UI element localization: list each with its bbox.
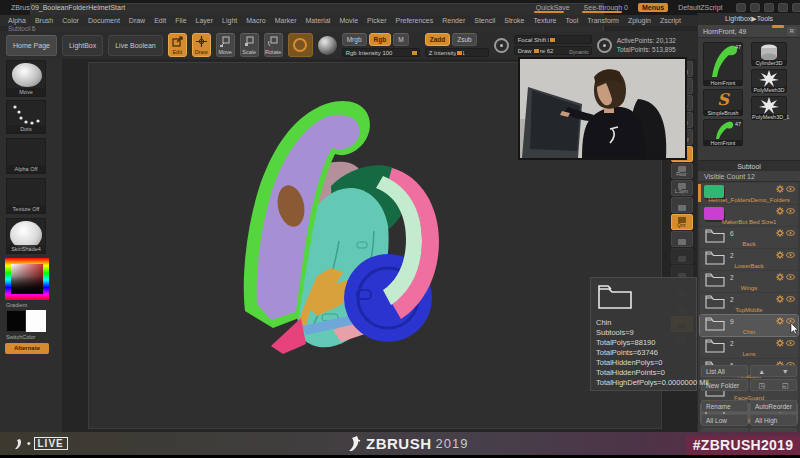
eye-icon[interactable]: [786, 252, 795, 258]
palette-icon[interactable]: [750, 3, 760, 12]
m-button[interactable]: M: [393, 33, 408, 46]
folder-out-icon[interactable]: ◱: [782, 380, 789, 391]
draw-button[interactable]: Draw: [192, 33, 211, 57]
monitor-icon[interactable]: [736, 3, 746, 12]
gear-icon[interactable]: [776, 273, 784, 281]
see-through-slider[interactable]: See-through 0: [580, 3, 632, 12]
tool-thumb-polymesh3d-1[interactable]: PolyMesh3D_1: [751, 96, 787, 120]
eye-icon[interactable]: [786, 340, 795, 346]
menu-item[interactable]: File: [175, 17, 186, 24]
home-page-button[interactable]: Home Page: [6, 35, 57, 56]
eye-icon[interactable]: [786, 230, 795, 236]
gear-icon[interactable]: [776, 229, 784, 237]
subtool-row[interactable]: 2 Wings: [700, 271, 798, 292]
menu-item[interactable]: Alpha: [8, 17, 26, 24]
menu-item[interactable]: Brush: [35, 17, 53, 24]
subtool-row[interactable]: 2 Lens: [700, 337, 798, 358]
z-intensity-slider[interactable]: Z Intensity 51: [425, 48, 489, 57]
subtool-row[interactable]: Helmet_FoldersDemo_Folders: [700, 183, 798, 204]
eye-icon[interactable]: [786, 274, 795, 280]
focal-shift-slider[interactable]: Focal Shift 0: [514, 35, 592, 44]
current-tool-row[interactable]: HornFront, 49 R: [698, 25, 800, 38]
visible-count-row[interactable]: Visible Count 12: [698, 171, 800, 182]
saturation-square[interactable]: [11, 264, 43, 294]
stroke-selector-icon[interactable]: [494, 38, 509, 53]
menus-button[interactable]: Menus: [638, 3, 668, 12]
right-shelf-button[interactable]: Floor: [671, 163, 693, 179]
rgb-intensity-slider[interactable]: Rgb Intensity 100: [342, 48, 420, 57]
right-shelf-button[interactable]: Qnz: [671, 214, 693, 230]
rename-button[interactable]: Rename: [701, 400, 748, 412]
menu-item[interactable]: Render: [442, 17, 465, 24]
scale-button[interactable]: Scale: [240, 33, 259, 57]
subtool-header[interactable]: Subtool: [698, 160, 800, 171]
eye-icon[interactable]: [786, 208, 795, 214]
menu-item[interactable]: Transform: [587, 17, 619, 24]
folder-action-buttons[interactable]: ◳◱: [750, 379, 797, 391]
tool-thumb-hornfront-2[interactable]: 47 HornFront: [703, 119, 743, 146]
zsub-button[interactable]: Zsub: [452, 33, 476, 46]
list-all-button[interactable]: List All: [701, 365, 748, 377]
default-zscript-button[interactable]: DefaultZScript: [674, 3, 726, 12]
helmet-3d-model[interactable]: [205, 76, 475, 366]
sculptris-sphere-icon[interactable]: [318, 36, 337, 55]
arrow-up-icon[interactable]: ▲: [758, 366, 765, 377]
gear-icon[interactable]: [776, 295, 784, 303]
material-selector[interactable]: SkinShade4: [6, 218, 46, 254]
menu-item[interactable]: Marker: [275, 17, 297, 24]
gear-icon[interactable]: [776, 251, 784, 259]
alternate-button[interactable]: Alternate: [5, 343, 49, 354]
lock-icon[interactable]: [778, 3, 788, 12]
current-brush-button[interactable]: [288, 33, 313, 57]
texture-selector[interactable]: Texture Off: [6, 178, 46, 214]
menu-item[interactable]: Zscript: [660, 17, 681, 24]
menu-item[interactable]: Stencil: [474, 17, 495, 24]
gear-icon[interactable]: [776, 339, 784, 347]
eye-icon[interactable]: [786, 296, 795, 302]
subtool-row[interactable]: 2 LowerBack: [700, 249, 798, 270]
subtool-row[interactable]: MakerBot Bed Size1: [700, 205, 798, 226]
menu-item[interactable]: Layer: [196, 17, 214, 24]
all-low-button[interactable]: All Low: [701, 414, 748, 426]
move-button[interactable]: Move: [216, 33, 235, 57]
arrow-down-icon[interactable]: ▼: [782, 366, 789, 377]
zadd-button[interactable]: Zadd: [425, 33, 451, 46]
folder-move-icon[interactable]: ◳: [758, 380, 765, 391]
autoreorder-button[interactable]: AutoReorder: [750, 400, 797, 412]
gear-icon[interactable]: [776, 207, 784, 215]
secondary-color-swatch[interactable]: [26, 310, 46, 332]
right-shelf-button[interactable]: L.Sym: [671, 180, 693, 196]
move-up-down-buttons[interactable]: ▲▼: [750, 365, 797, 377]
right-shelf-button[interactable]: [671, 248, 693, 264]
draw-size-slider[interactable]: Draw Size 62 Dynamic: [514, 46, 592, 55]
mrgb-button[interactable]: Mrgb: [342, 33, 367, 46]
alpha-selector-icon[interactable]: [597, 38, 612, 53]
rgb-button[interactable]: Rgb: [369, 33, 392, 46]
live-boolean-button[interactable]: Live Boolean: [108, 35, 162, 56]
menu-item[interactable]: Zplugin: [628, 17, 651, 24]
subtool-row[interactable]: 6 Back: [700, 227, 798, 248]
subtool-row[interactable]: 9 Chin: [700, 315, 798, 336]
alpha-selector[interactable]: Alpha Off: [6, 138, 46, 174]
rgb-intensity-thumb[interactable]: [411, 50, 418, 56]
lightbox-tools-header[interactable]: Lightbox▶Tools: [698, 13, 800, 25]
rotate-button[interactable]: Rotate: [264, 33, 283, 57]
menu-item[interactable]: Tool: [565, 17, 578, 24]
menu-item[interactable]: Texture: [533, 17, 556, 24]
menu-item[interactable]: Macro: [246, 17, 265, 24]
tool-thumb-hornfront[interactable]: 47 HornFront: [703, 42, 743, 86]
eye-icon[interactable]: [786, 186, 795, 192]
draw-size-thumb[interactable]: [533, 48, 540, 54]
right-shelf-button[interactable]: [671, 197, 693, 213]
menu-item[interactable]: Color: [62, 17, 79, 24]
subtool-row[interactable]: 2 TopMiddle: [700, 293, 798, 314]
tool-thumb-simplebrush[interactable]: S SimpleBrush: [703, 89, 743, 116]
tool-thumb-cylinder3d[interactable]: Cylinder3D: [751, 42, 787, 66]
menu-item[interactable]: Picker: [367, 17, 386, 24]
menu-item[interactable]: Preferences: [396, 17, 434, 24]
menu-item[interactable]: Stroke: [504, 17, 524, 24]
menu-item[interactable]: Light: [222, 17, 237, 24]
menu-item[interactable]: Draw: [129, 17, 145, 24]
tool-thumb-polymesh3d[interactable]: PolyMesh3D: [751, 69, 787, 93]
lightbox-button[interactable]: LightBox: [62, 35, 103, 56]
